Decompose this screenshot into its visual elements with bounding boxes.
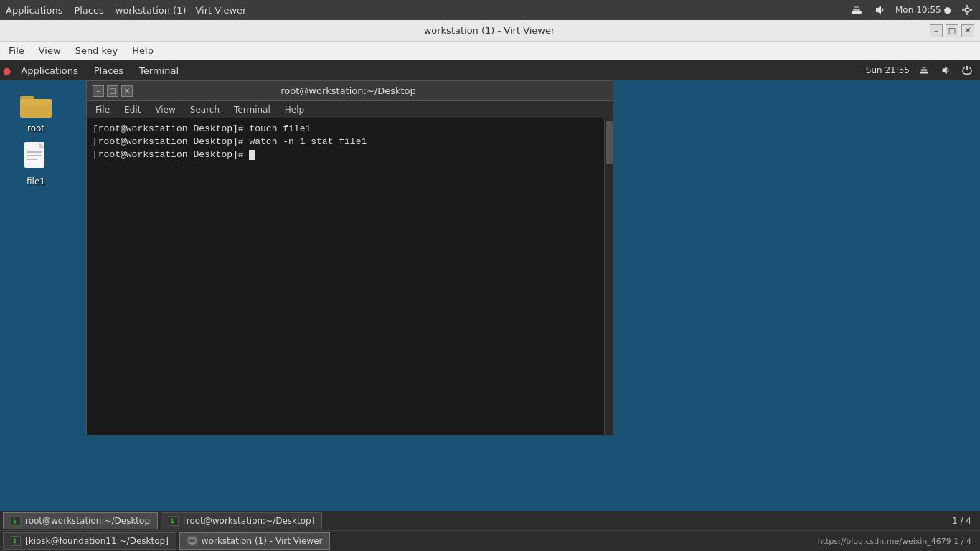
inner-applications-menu[interactable]: Applications xyxy=(14,62,85,79)
os-topbar: Applications Places workstation (1) - Vi… xyxy=(0,0,980,20)
virt-viewer-title: workstation (1) - Virt Viewer xyxy=(49,25,930,36)
svg-marker-12 xyxy=(943,67,947,75)
os-window-in-bar[interactable]: workstation (1) - Virt Viewer xyxy=(116,5,247,16)
terminal-menubar: File Edit View Search Terminal Help xyxy=(87,101,613,118)
terminal-close-button[interactable]: ✕ xyxy=(121,85,133,97)
svg-rect-2 xyxy=(854,6,859,8)
terminal-menu-help[interactable]: Help xyxy=(279,103,310,116)
sound-tray-icon[interactable] xyxy=(872,3,887,17)
virt-menu-sendkey[interactable]: Send key xyxy=(70,43,124,58)
virt-viewer-window-controls: – □ ✕ xyxy=(930,24,974,37)
svg-marker-3 xyxy=(876,6,881,14)
svg-text:$: $ xyxy=(13,518,17,524)
outer-taskbar: $ root@workstation:~/Desktop $ [root@wor… xyxy=(0,511,980,551)
svg-rect-29 xyxy=(189,545,195,545)
terminal-menu-file[interactable]: File xyxy=(90,103,116,116)
terminal-scroll-thumb[interactable] xyxy=(606,121,613,164)
network-manage-icon[interactable] xyxy=(960,3,974,17)
terminal-menu-terminal[interactable]: Terminal xyxy=(228,103,276,116)
terminal-scrollbar[interactable] xyxy=(604,118,613,435)
taskbar-item-kiosk[interactable]: $ [kiosk@foundation11:~/Desktop] xyxy=(3,532,176,550)
inner-power-icon[interactable] xyxy=(960,63,974,77)
virt-menu-help[interactable]: Help xyxy=(126,43,159,58)
virt-menu-file[interactable]: File xyxy=(3,43,30,58)
inner-gnome-topbar: ● Applications Places Terminal Sun 21:55 xyxy=(0,60,980,80)
terminal-menu-search[interactable]: Search xyxy=(184,103,225,116)
root-folder-label: root xyxy=(27,123,44,133)
taskbar-terminal2-label: [root@workstation:~/Desktop] xyxy=(183,516,314,526)
inner-sound-icon[interactable] xyxy=(938,63,953,77)
svg-text:$: $ xyxy=(13,538,17,545)
taskbar-kiosk-label: [kiosk@foundation11:~/Desktop] xyxy=(25,536,169,546)
os-applications-menu[interactable]: Applications xyxy=(6,5,62,16)
terminal-line-2: [root@workstation Desktop]# watch -n 1 s… xyxy=(93,136,598,149)
virt-viewer-titlebar: workstation (1) - Virt Viewer – □ ✕ xyxy=(0,20,980,42)
terminal-content[interactable]: [root@workstation Desktop]# touch file1 … xyxy=(87,118,604,435)
os-topbar-right: Mon 10:55 ● xyxy=(849,3,974,17)
taskbar-bottom-right-link[interactable]: https://blog.csdn.me/weixin_4679 1 / 4 xyxy=(818,537,977,546)
svg-rect-15 xyxy=(20,99,52,105)
svg-text:$: $ xyxy=(171,518,174,524)
desktop-icon-file1[interactable]: file1 xyxy=(7,141,65,187)
desktop-area: root file1 xyxy=(0,80,86,551)
os-datetime: Mon 10:55 ● xyxy=(895,5,951,15)
taskbar-item-terminal2[interactable]: $ [root@workstation:~/Desktop] xyxy=(161,512,322,529)
taskbar-bottom-row: $ [kiosk@foundation11:~/Desktop] worksta… xyxy=(0,531,980,551)
virt-minimize-button[interactable]: – xyxy=(930,24,943,37)
svg-rect-9 xyxy=(920,72,928,74)
svg-rect-1 xyxy=(853,9,860,11)
terminal-minimize-button[interactable]: – xyxy=(93,85,104,97)
taskbar-top-pagination: 1 / 4 xyxy=(952,516,977,526)
taskbar-item-virtviewer[interactable]: workstation (1) - Virt Viewer xyxy=(179,532,331,550)
root-folder-icon xyxy=(19,88,53,122)
terminal-menu-view[interactable]: View xyxy=(149,103,181,116)
terminal-line-1: [root@workstation Desktop]# touch file1 xyxy=(93,123,598,136)
virt-menu-view[interactable]: View xyxy=(33,43,67,58)
taskbar-top-row: $ root@workstation:~/Desktop $ [root@wor… xyxy=(0,511,980,531)
virt-viewer-window: workstation (1) - Virt Viewer – □ ✕ File… xyxy=(0,20,980,551)
inner-topbar-right: Sun 21:55 xyxy=(866,63,980,77)
inner-places-menu[interactable]: Places xyxy=(87,62,131,79)
inner-desktop: ● Applications Places Terminal Sun 21:55 xyxy=(0,60,980,551)
taskbar-virt-label: workstation (1) - Virt Viewer xyxy=(202,536,323,546)
inner-network-icon[interactable] xyxy=(917,63,931,77)
terminal-window: – □ ✕ root@workstation:~/Desktop File Ed… xyxy=(86,80,613,435)
os-topbar-left: Applications Places workstation (1) - Vi… xyxy=(6,5,246,16)
file1-icon-label: file1 xyxy=(27,176,45,187)
taskbar-virt-icon xyxy=(187,536,197,546)
svg-rect-0 xyxy=(852,11,862,14)
terminal-window-controls: – □ ✕ xyxy=(93,85,133,97)
os-places-menu[interactable]: Places xyxy=(74,5,103,16)
desktop-icon-root[interactable]: root xyxy=(7,88,65,133)
terminal-menu-edit[interactable]: Edit xyxy=(118,103,146,116)
svg-rect-27 xyxy=(189,538,196,543)
terminal-line-3: [root@workstation Desktop]# xyxy=(93,149,598,161)
terminal-cursor xyxy=(249,150,255,160)
terminal-titlebar: – □ ✕ root@workstation:~/Desktop xyxy=(87,81,613,101)
inner-topbar-left: ● Applications Places Terminal xyxy=(0,62,186,79)
taskbar-terminal1-label: root@workstation:~/Desktop xyxy=(25,516,150,526)
inner-gnome-apps-indicator: ● xyxy=(3,65,12,76)
virt-viewer-menubar: File View Send key Help xyxy=(0,42,980,60)
terminal-body: [root@workstation Desktop]# touch file1 … xyxy=(87,118,613,435)
svg-rect-11 xyxy=(922,67,925,69)
file1-icon xyxy=(19,141,53,175)
svg-rect-10 xyxy=(921,69,928,71)
taskbar-terminal2-icon: $ xyxy=(169,516,179,526)
taskbar-item-terminal1[interactable]: $ root@workstation:~/Desktop xyxy=(3,512,158,529)
virt-close-button[interactable]: ✕ xyxy=(961,24,974,37)
terminal-maximize-button[interactable]: □ xyxy=(107,85,118,97)
inner-terminal-menu[interactable]: Terminal xyxy=(132,62,186,79)
svg-point-4 xyxy=(965,8,969,12)
taskbar-kiosk-icon: $ xyxy=(11,536,21,546)
network-tray-icon[interactable] xyxy=(849,3,864,17)
taskbar-terminal1-icon: $ xyxy=(11,516,21,526)
inner-datetime: Sun 21:55 xyxy=(866,65,910,75)
svg-rect-28 xyxy=(191,543,194,545)
terminal-title-text: root@workstation:~/Desktop xyxy=(133,85,564,96)
virt-maximize-button[interactable]: □ xyxy=(946,24,958,37)
